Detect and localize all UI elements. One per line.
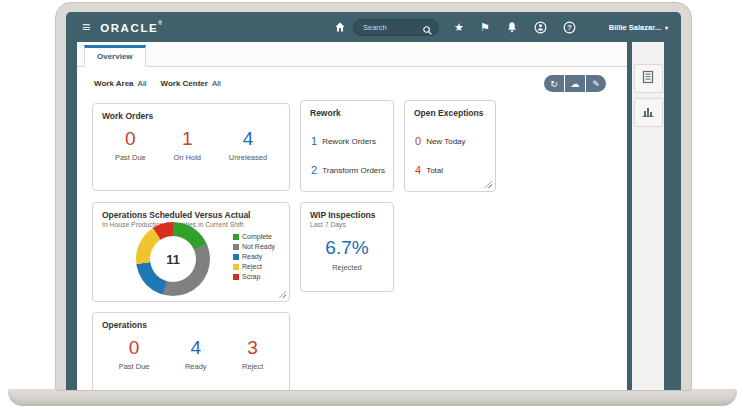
- work-area-label: Work Area: [94, 79, 134, 88]
- refresh-button[interactable]: ↻: [544, 75, 564, 92]
- work-center-value[interactable]: All: [212, 79, 221, 88]
- kpi-value[interactable]: 2: [311, 164, 317, 176]
- accessibility-person-icon[interactable]: [534, 21, 547, 34]
- search-box[interactable]: [353, 19, 439, 36]
- card-title: Open Exceptions: [405, 101, 495, 118]
- stat-value[interactable]: 3: [242, 337, 263, 359]
- legend-swatch: [233, 234, 239, 240]
- cloud-icon: ☁: [571, 79, 580, 89]
- search-input[interactable]: [354, 23, 421, 32]
- help-icon[interactable]: ?: [563, 21, 576, 34]
- stat-label: Past Due: [119, 362, 150, 371]
- side-panel: [632, 42, 664, 390]
- search-icon[interactable]: [422, 22, 433, 40]
- chart-legend: Complete Not Ready Ready Reject Scrap: [233, 233, 275, 283]
- legend-swatch: [233, 274, 239, 280]
- stat-value[interactable]: 0: [115, 128, 146, 150]
- kpi-row-transform-orders[interactable]: 2 Transform Orders: [301, 164, 393, 176]
- work-center-label: Work Center: [160, 79, 207, 88]
- card-subtitle: Last 7 Days: [301, 220, 393, 228]
- legend-swatch: [233, 244, 239, 250]
- document-icon: [640, 69, 656, 89]
- main-content: Overview Work AreaAll Work CenterAll ↻ ☁…: [77, 42, 627, 390]
- legend-item: Reject: [233, 263, 275, 270]
- legend-item: Ready: [233, 253, 275, 260]
- laptop-mockup: ≡ ORACLE® ★ ⚑: [0, 0, 743, 410]
- user-name: Billie Salazar...: [609, 23, 661, 32]
- wip-rejected-label: Rejected: [301, 263, 393, 272]
- stat-label: On Hold: [173, 153, 201, 162]
- header-center: [334, 12, 439, 42]
- charts-panel-button[interactable]: [634, 98, 663, 127]
- card-title: Work Orders: [93, 104, 289, 121]
- app-window: ≡ ORACLE® ★ ⚑: [66, 12, 681, 390]
- laptop-bezel: ≡ ORACLE® ★ ⚑: [55, 2, 692, 391]
- stat-value[interactable]: 1: [173, 128, 201, 150]
- home-icon[interactable]: [334, 21, 346, 33]
- card-title: WIP Inspections: [301, 203, 393, 220]
- legend-label: Complete: [242, 233, 272, 240]
- user-menu[interactable]: Billie Salazar... ▾: [609, 12, 668, 42]
- card-title: Operations: [93, 313, 289, 330]
- stat-past-due: 0 Past Due: [119, 337, 150, 371]
- legend-label: Not Ready: [242, 243, 275, 250]
- chevron-down-icon: ▾: [665, 24, 668, 31]
- wip-rejected-value[interactable]: 6.7%: [301, 237, 393, 259]
- work-area-filter[interactable]: Work AreaAll: [94, 79, 146, 88]
- kpi-value[interactable]: 0: [415, 135, 421, 147]
- cloud-sync-button[interactable]: ☁: [565, 75, 585, 92]
- watchlist-flag-icon[interactable]: ⚑: [480, 22, 490, 33]
- stat-label: Ready: [185, 362, 207, 371]
- kpi-label: Transform Orders: [322, 166, 385, 175]
- card-work-orders: Work Orders 0 Past Due 1 On Hold 4 Unrel: [92, 103, 290, 191]
- card-title: Operations Scheduled Versus Actual: [93, 203, 289, 220]
- stat-value[interactable]: 0: [119, 337, 150, 359]
- stat-reject: 3 Reject: [242, 337, 263, 371]
- kpi-row-new-today[interactable]: 0 New Today: [405, 135, 495, 147]
- favorites-star-icon[interactable]: ★: [454, 22, 464, 33]
- legend-label: Ready: [242, 253, 262, 260]
- header-icons: ★ ⚑ ?: [454, 12, 576, 42]
- stat-row: 0 Past Due 4 Ready 3 Reject: [93, 337, 289, 371]
- work-area-value[interactable]: All: [138, 79, 147, 88]
- oracle-logo-text: ORACLE: [100, 22, 158, 34]
- kpi-label: Total: [426, 166, 443, 175]
- stat-on-hold: 1 On Hold: [173, 128, 201, 162]
- header-left: ≡ ORACLE®: [82, 12, 162, 42]
- legend-item: Not Ready: [233, 243, 275, 250]
- edit-pencil-icon: ✎: [592, 79, 600, 89]
- stat-value[interactable]: 4: [185, 337, 207, 359]
- oracle-logo: ORACLE®: [100, 20, 162, 34]
- resize-handle[interactable]: [279, 291, 286, 298]
- kpi-label: Rework Orders: [322, 137, 376, 146]
- registered-mark: ®: [158, 20, 162, 26]
- stat-row: 0 Past Due 1 On Hold 4 Unreleased: [93, 128, 289, 162]
- card-rework: Rework 1 Rework Orders 2 Transform Order…: [300, 100, 394, 192]
- menu-icon[interactable]: ≡: [82, 20, 90, 34]
- card-operations: Operations 0 Past Due 4 Ready 3 Reject: [92, 312, 290, 390]
- work-center-filter[interactable]: Work CenterAll: [160, 79, 220, 88]
- donut-chart[interactable]: 11: [136, 222, 210, 296]
- card-wip-inspections: WIP Inspections Last 7 Days 6.7% Rejecte…: [300, 202, 394, 292]
- stat-ready: 4 Ready: [185, 337, 207, 371]
- kpi-row-total[interactable]: 4 Total: [405, 164, 495, 176]
- card-toolbar: ↻ ☁ ✎: [544, 75, 606, 92]
- reports-panel-button[interactable]: [634, 64, 663, 93]
- card-open-exceptions: Open Exceptions 0 New Today 4 Total: [404, 100, 496, 192]
- resize-handle[interactable]: [485, 181, 492, 188]
- notifications-bell-icon[interactable]: [506, 21, 518, 34]
- stat-value[interactable]: 4: [229, 128, 267, 150]
- stat-label: Unreleased: [229, 153, 267, 162]
- refresh-icon: ↻: [550, 79, 558, 89]
- stat-unreleased: 4 Unreleased: [229, 128, 267, 162]
- kpi-label: New Today: [426, 137, 465, 146]
- kpi-value[interactable]: 1: [311, 135, 317, 147]
- card-title: Rework: [301, 101, 393, 118]
- legend-item: Complete: [233, 233, 275, 240]
- edit-layout-button[interactable]: ✎: [586, 75, 606, 92]
- card-operations-scheduled: Operations Scheduled Versus Actual In Ho…: [92, 202, 290, 302]
- app-header: ≡ ORACLE® ★ ⚑: [66, 12, 681, 42]
- kpi-value[interactable]: 4: [415, 164, 421, 176]
- tab-overview[interactable]: Overview: [84, 45, 146, 67]
- kpi-row-rework-orders[interactable]: 1 Rework Orders: [301, 135, 393, 147]
